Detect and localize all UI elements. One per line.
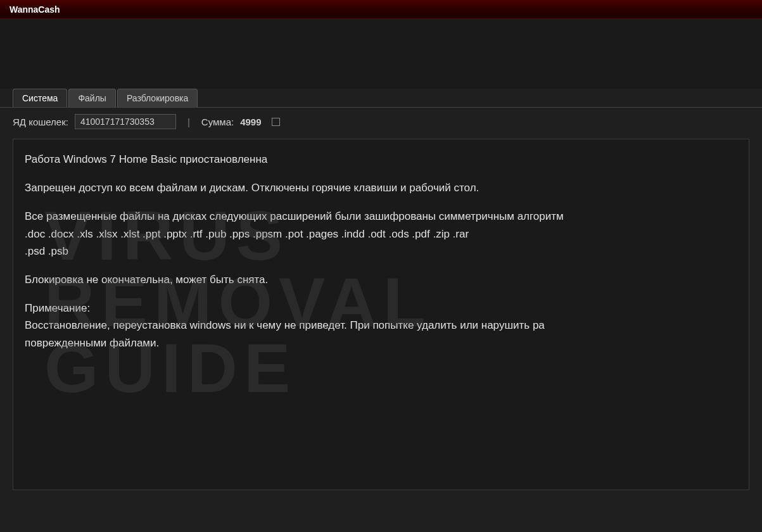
message-line: .doc .docx .xls .xlsx .xlst .ppt .pptx .…	[25, 228, 469, 240]
titlebar: WannaCash	[0, 0, 762, 19]
content-area: VIRUS REMOVAL GUIDE Система Файлы Разбло…	[0, 89, 762, 532]
tab-unlock[interactable]: Разблокировка	[117, 89, 198, 107]
wallet-input[interactable]	[75, 114, 176, 129]
window-title: WannaCash	[10, 4, 60, 15]
info-row: ЯД кошелек: | Сумма: 4999	[0, 107, 762, 136]
amount-label: Сумма:	[201, 117, 234, 127]
message-panel: Работа Windows 7 Home Basic приостановле…	[13, 139, 749, 490]
tab-files[interactable]: Файлы	[68, 89, 115, 107]
tabs: Система Файлы Разблокировка	[13, 89, 762, 107]
message-text: Примечание: Восстановление, переустановк…	[25, 300, 737, 352]
separator: |	[187, 117, 190, 127]
amount-value: 4999	[240, 117, 261, 127]
message-line: Примечание:	[25, 302, 90, 314]
message-line: Все размещенные файлы на дисках следующи…	[25, 210, 564, 222]
message-line: поврежденными файлами.	[25, 337, 159, 349]
tabs-container: Система Файлы Разблокировка	[0, 89, 762, 107]
message-text: Блокировка не окончательна, может быть с…	[25, 271, 737, 288]
main-window: WannaCash VIRUS REMOVAL GUIDE Система Фа…	[0, 0, 762, 532]
message-line: Восстановление, переустановка windows ни…	[25, 319, 545, 331]
message-line: .psd .psb	[25, 245, 68, 257]
message-heading: Работа Windows 7 Home Basic приостановле…	[25, 151, 737, 168]
tab-system[interactable]: Система	[13, 89, 67, 107]
message-text: Все размещенные файлы на дисках следующи…	[25, 208, 737, 260]
message-text: Запрещен доступ ко всем файлам и дискам.…	[25, 179, 737, 196]
checkbox-icon[interactable]	[272, 118, 280, 126]
wallet-label: ЯД кошелек:	[13, 117, 68, 127]
